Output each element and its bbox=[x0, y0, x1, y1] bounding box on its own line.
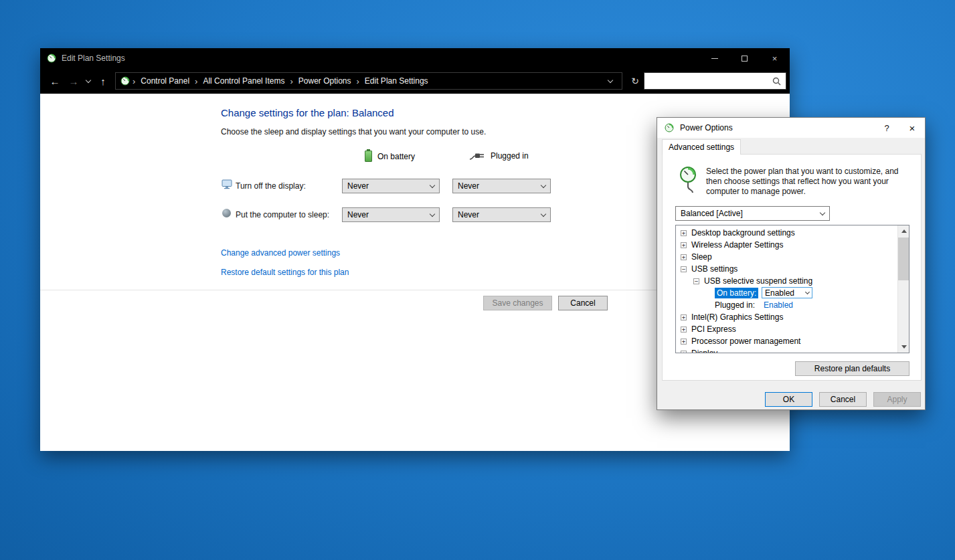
tree-item-desktop-background-settings[interactable]: + Desktop background settings bbox=[676, 227, 897, 239]
dialog-close-button[interactable]: × bbox=[899, 118, 925, 138]
expand-icon[interactable]: + bbox=[681, 339, 687, 345]
tree-item-wireless-adapter-settings[interactable]: + Wireless Adapter Settings bbox=[676, 239, 897, 251]
chevron-down-icon bbox=[820, 209, 825, 215]
address-dropdown-button[interactable] bbox=[603, 80, 618, 82]
tree-item-label-selected: On battery: bbox=[715, 288, 758, 298]
tree-item-sleep[interactable]: + Sleep bbox=[676, 251, 897, 263]
sleep-plugged-in-dropdown[interactable]: Never bbox=[452, 207, 551, 222]
chevron-down-icon bbox=[86, 77, 91, 82]
expand-icon[interactable]: + bbox=[681, 230, 687, 236]
navigation-bar: ← → ↑ › Control Panel › All Control Pane… bbox=[40, 68, 790, 94]
expand-icon[interactable]: + bbox=[681, 254, 687, 260]
save-changes-button[interactable]: Save changes bbox=[483, 296, 552, 310]
dropdown-value: Never bbox=[458, 210, 479, 219]
tree-item-label: USB selective suspend setting bbox=[704, 276, 812, 286]
dropdown-value: Enabled bbox=[765, 288, 794, 298]
breadcrumb-power-options[interactable]: Power Options bbox=[295, 76, 355, 86]
search-icon[interactable] bbox=[772, 77, 781, 86]
power-options-app-icon bbox=[46, 53, 57, 64]
address-location-icon bbox=[120, 76, 131, 86]
dropdown-value: Never bbox=[347, 181, 369, 191]
up-button[interactable]: ↑ bbox=[94, 76, 112, 87]
tree-item-label: Plugged in: bbox=[715, 300, 755, 310]
tree-item-usb-settings[interactable]: − USB settings bbox=[676, 263, 897, 275]
title-bar[interactable]: Edit Plan Settings × bbox=[40, 48, 790, 68]
breadcrumb-control-panel[interactable]: Control Panel bbox=[137, 76, 193, 86]
change-advanced-power-settings-link[interactable]: Change advanced power settings bbox=[221, 248, 340, 258]
chevron-down-icon bbox=[541, 182, 546, 187]
minimize-button[interactable] bbox=[699, 48, 729, 68]
breadcrumb-separator: › bbox=[193, 76, 199, 86]
chevron-down-icon bbox=[608, 77, 613, 82]
maximize-button[interactable] bbox=[729, 48, 760, 68]
expand-icon[interactable]: + bbox=[681, 326, 687, 333]
dialog-cancel-button[interactable]: Cancel bbox=[819, 392, 867, 407]
tree-item-intel-graphics-settings[interactable]: + Intel(R) Graphics Settings bbox=[676, 311, 897, 323]
chevron-down-icon bbox=[430, 211, 435, 216]
collapse-icon[interactable]: − bbox=[681, 266, 687, 272]
tree-item-display[interactable]: + Display bbox=[676, 347, 897, 353]
scroll-up-button[interactable] bbox=[898, 225, 909, 237]
tree-scrollbar[interactable] bbox=[897, 225, 909, 353]
dropdown-value: Never bbox=[458, 181, 479, 191]
plugged-in-label: Plugged in bbox=[491, 151, 529, 161]
power-options-dialog: Power Options ? × Advanced settings Sele… bbox=[657, 117, 926, 410]
tree-item-processor-power-management[interactable]: + Processor power management bbox=[676, 335, 897, 347]
power-options-icon bbox=[664, 122, 675, 133]
chevron-down-icon bbox=[805, 289, 810, 294]
power-plan-icon bbox=[677, 165, 699, 195]
tree-item-pci-express[interactable]: + PCI Express bbox=[676, 323, 897, 335]
maximize-icon bbox=[742, 56, 748, 62]
refresh-button[interactable]: ↻ bbox=[626, 76, 644, 86]
advanced-settings-tree: + Desktop background settings + Wireless… bbox=[675, 225, 909, 353]
sleep-on-battery-dropdown[interactable]: Never bbox=[342, 207, 440, 222]
window-title: Edit Plan Settings bbox=[62, 54, 125, 63]
recent-pages-dropdown[interactable] bbox=[83, 80, 94, 82]
tab-advanced-settings[interactable]: Advanced settings bbox=[662, 139, 741, 155]
plugged-in-value[interactable]: Enabled bbox=[764, 300, 793, 310]
help-button[interactable]: ? bbox=[874, 118, 899, 138]
sleep-label: Put the computer to sleep: bbox=[236, 210, 329, 219]
apply-button[interactable]: Apply bbox=[873, 392, 921, 407]
expand-icon[interactable]: + bbox=[681, 242, 687, 248]
power-plan-dropdown[interactable]: Balanced [Active] bbox=[675, 206, 830, 221]
turn-off-display-label: Turn off the display: bbox=[236, 181, 306, 191]
ok-button[interactable]: OK bbox=[765, 392, 812, 407]
cancel-button[interactable]: Cancel bbox=[558, 296, 608, 310]
tree-item-on-battery[interactable]: On battery: Enabled bbox=[676, 287, 897, 299]
dropdown-value: Balanced [Active] bbox=[681, 209, 743, 218]
address-bar[interactable]: › Control Panel › All Control Panel Item… bbox=[115, 72, 622, 90]
on-battery-value-dropdown[interactable]: Enabled bbox=[762, 287, 812, 298]
sleep-icon bbox=[222, 209, 231, 217]
expand-icon[interactable]: + bbox=[681, 351, 687, 354]
display-plugged-in-dropdown[interactable]: Never bbox=[452, 179, 551, 193]
display-on-battery-dropdown[interactable]: Never bbox=[342, 179, 440, 193]
page-title: Change settings for the plan: Balanced bbox=[221, 107, 394, 118]
restore-default-settings-link[interactable]: Restore default settings for this plan bbox=[221, 268, 349, 277]
forward-button[interactable]: → bbox=[64, 76, 83, 87]
close-icon: × bbox=[772, 54, 778, 64]
battery-icon bbox=[365, 151, 372, 162]
tree-item-label: Intel(R) Graphics Settings bbox=[691, 312, 783, 322]
dialog-title: Power Options bbox=[680, 123, 733, 132]
breadcrumb-all-control-panel-items[interactable]: All Control Panel Items bbox=[199, 76, 288, 86]
search-box[interactable] bbox=[644, 72, 786, 90]
chevron-down-icon bbox=[430, 182, 435, 187]
breadcrumb-separator: › bbox=[355, 76, 361, 86]
dialog-title-bar[interactable]: Power Options ? × bbox=[657, 118, 925, 138]
back-button[interactable]: ← bbox=[46, 76, 64, 87]
breadcrumb-edit-plan-settings[interactable]: Edit Plan Settings bbox=[361, 76, 432, 86]
on-battery-column-header: On battery bbox=[365, 151, 415, 162]
scroll-down-button[interactable] bbox=[898, 341, 909, 353]
collapse-icon[interactable]: − bbox=[693, 278, 699, 284]
chevron-down-icon bbox=[541, 211, 546, 216]
close-button[interactable]: × bbox=[760, 48, 790, 68]
tree-item-plugged-in[interactable]: Plugged in: Enabled bbox=[676, 299, 897, 311]
plugged-in-column-header: Plugged in bbox=[469, 151, 529, 161]
tree-item-usb-selective-suspend[interactable]: − USB selective suspend setting bbox=[676, 275, 897, 287]
expand-icon[interactable]: + bbox=[681, 314, 687, 320]
scrollbar-thumb[interactable] bbox=[898, 238, 909, 280]
tree-item-label: PCI Express bbox=[691, 324, 736, 334]
search-input[interactable] bbox=[644, 76, 772, 86]
restore-plan-defaults-button[interactable]: Restore plan defaults bbox=[795, 361, 909, 376]
